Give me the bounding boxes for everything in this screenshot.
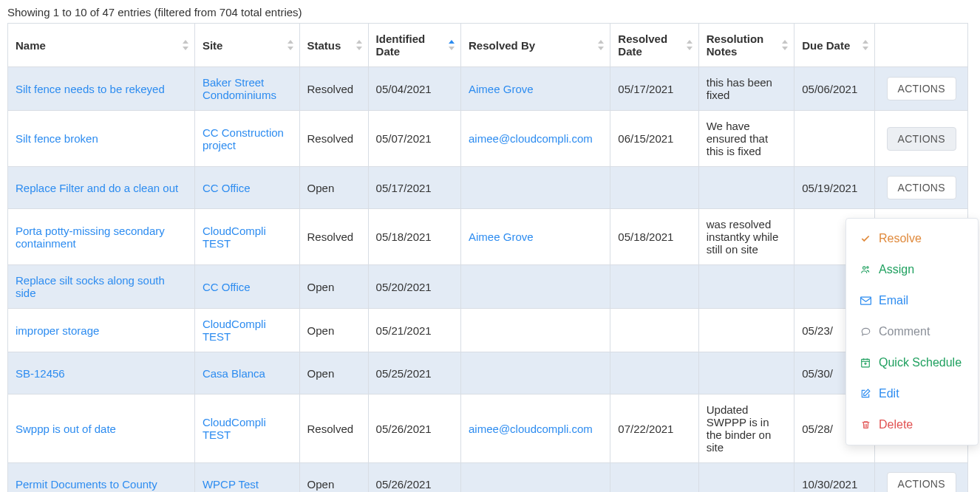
row-resolved-by-link[interactable]: Aimee Grove [469, 83, 534, 95]
dropdown-resolve[interactable]: Resolve [846, 223, 978, 254]
cell-site: CloudCompli TEST [194, 394, 299, 463]
cell-resolved-by [461, 167, 610, 209]
cell-actions: ACTIONS [875, 67, 968, 111]
col-header-name[interactable]: Name [8, 24, 195, 67]
dropdown-delete[interactable]: Delete [846, 409, 978, 440]
row-site-link[interactable]: CC Office [203, 281, 251, 293]
row-name-link[interactable]: Porta potty-missing secondary containmen… [16, 225, 165, 250]
col-header-resolved-date[interactable]: Resolved Date [610, 24, 698, 67]
cell-resolution-notes: Updated SWPPP is in the binder on site [698, 394, 794, 463]
cell-name: Swppp is out of date [8, 394, 195, 463]
row-name-link[interactable]: Replace silt socks along south side [16, 274, 165, 299]
col-header-identified-date[interactable]: Identified Date [368, 24, 460, 67]
col-label: Name [16, 39, 46, 52]
dropdown-label: Resolve [879, 232, 922, 245]
table-row: Replace silt socks along south sideCC Of… [8, 265, 968, 309]
cell-resolved-by [461, 265, 610, 309]
col-header-site[interactable]: Site [194, 24, 299, 67]
dropdown-email[interactable]: Email [846, 285, 978, 316]
cell-site: Casa Blanca [194, 352, 299, 394]
cell-site: CloudCompli TEST [194, 309, 299, 352]
row-name-link[interactable]: Permit Documents to County [16, 478, 157, 491]
cell-resolved-by: Aimee Grove [461, 209, 610, 265]
row-site-link[interactable]: Baker Street Condominiums [203, 76, 276, 101]
cell-resolution-notes [698, 167, 794, 209]
cell-resolution-notes [698, 352, 794, 394]
row-site-link[interactable]: Casa Blanca [203, 367, 265, 380]
cell-status: Resolved [299, 394, 368, 463]
table-row: Permit Documents to CountyWPCP TestOpen0… [8, 463, 968, 493]
cell-resolved-by: Aimee Grove [461, 67, 610, 111]
cell-resolved-date [610, 167, 698, 209]
sort-icon [862, 39, 870, 51]
dropdown-quick-schedule[interactable]: Quick Schedule [846, 347, 978, 378]
svg-point-0 [863, 267, 866, 270]
row-name-link[interactable]: Replace Filter and do a clean out [16, 182, 178, 194]
cell-resolved-date: 05/17/2021 [610, 67, 698, 111]
cell-identified-date: 05/20/2021 [368, 265, 460, 309]
table-row: improper storageCloudCompli TESTOpen05/2… [8, 309, 968, 352]
dropdown-assign[interactable]: Assign [846, 254, 978, 285]
table-info: Showing 1 to 10 of 47 entries (filtered … [6, 6, 974, 18]
row-name-link[interactable]: Swppp is out of date [16, 423, 116, 435]
cell-resolved-date [610, 265, 698, 309]
cell-identified-date: 05/17/2021 [368, 167, 460, 209]
col-header-due-date[interactable]: Due Date [794, 24, 875, 67]
sort-icon [687, 39, 694, 51]
col-header-resolved-by[interactable]: Resolved By [461, 24, 610, 67]
row-name-link[interactable]: Silt fence broken [16, 132, 98, 145]
dropdown-label: Assign [879, 263, 914, 276]
sort-icon [598, 39, 605, 51]
cell-identified-date: 05/25/2021 [368, 352, 460, 394]
row-site-link[interactable]: CC Construction project [203, 126, 284, 151]
cell-actions: ACTIONS [875, 111, 968, 167]
col-header-status[interactable]: Status [299, 24, 368, 67]
actions-button[interactable]: ACTIONS [887, 176, 956, 199]
cell-status: Resolved [299, 209, 368, 265]
col-label: Resolved Date [618, 33, 667, 58]
row-site-link[interactable]: CloudCompli TEST [203, 225, 266, 250]
actions-button[interactable]: ACTIONS [887, 77, 956, 100]
cell-name: SB-12456 [8, 352, 195, 394]
table-row: SB-12456Casa BlancaOpen05/25/202105/30/A… [8, 352, 968, 394]
cell-name: improper storage [8, 309, 195, 352]
dropdown-comment[interactable]: Comment [846, 316, 978, 347]
actions-button[interactable]: ACTIONS [887, 127, 956, 151]
table-row: Silt fence brokenCC Construction project… [8, 111, 968, 167]
cell-identified-date: 05/07/2021 [368, 111, 460, 167]
row-site-link[interactable]: CloudCompli TEST [203, 318, 266, 343]
cell-status: Open [299, 265, 368, 309]
cell-site: CC Construction project [194, 111, 299, 167]
actions-dropdown: Resolve Assign Email Comment Quick Sched… [845, 218, 979, 445]
row-name-link[interactable]: improper storage [16, 324, 99, 337]
cell-resolved-date [610, 463, 698, 493]
row-resolved-by-link[interactable]: aimee@cloudcompli.com [469, 132, 593, 145]
cell-due-date: 05/06/2021 [794, 67, 875, 111]
row-name-link[interactable]: SB-12456 [16, 367, 65, 380]
cell-name: Silt fence broken [8, 111, 195, 167]
cell-name: Replace silt socks along south side [8, 265, 195, 309]
row-site-link[interactable]: CC Office [203, 182, 251, 194]
actions-button[interactable]: ACTIONS [887, 472, 956, 492]
row-name-link[interactable]: Silt fence needs to be rekeyed [16, 83, 165, 95]
data-table: Name Site Status Identified Date Resolve… [7, 23, 968, 492]
cell-resolved-by: aimee@cloudcompli.com [461, 394, 610, 463]
dropdown-edit[interactable]: Edit [846, 378, 978, 409]
col-header-resolution-notes[interactable]: Resolution Notes [698, 24, 794, 67]
row-site-link[interactable]: CloudCompli TEST [203, 416, 266, 441]
cell-due-date [794, 111, 875, 167]
cell-resolved-by [461, 352, 610, 394]
row-site-link[interactable]: WPCP Test [203, 478, 259, 491]
cell-identified-date: 05/21/2021 [368, 309, 460, 352]
cell-status: Open [299, 309, 368, 352]
col-label: Resolved By [469, 39, 535, 52]
row-resolved-by-link[interactable]: Aimee Grove [469, 230, 534, 243]
col-label: Status [307, 39, 341, 52]
envelope-icon [860, 296, 871, 305]
dropdown-label: Quick Schedule [879, 356, 962, 369]
cell-identified-date: 05/26/2021 [368, 394, 460, 463]
calendar-icon [860, 358, 871, 368]
dropdown-label: Email [879, 294, 908, 307]
row-resolved-by-link[interactable]: aimee@cloudcompli.com [469, 423, 593, 435]
cell-identified-date: 05/18/2021 [368, 209, 460, 265]
